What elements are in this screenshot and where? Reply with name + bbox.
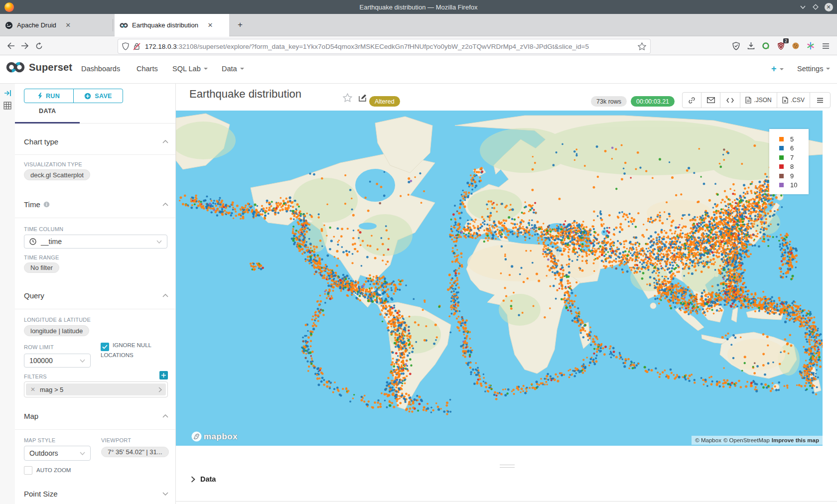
remove-filter-icon[interactable]: ✕ [26, 386, 40, 393]
export-csv-button[interactable]: .CSV [777, 93, 810, 108]
add-new-button[interactable]: + [771, 64, 784, 74]
ignore-null-checkbox[interactable] [101, 343, 109, 351]
data-results-collapse[interactable]: Data [191, 475, 216, 483]
export-json-button[interactable]: .JSON [740, 93, 777, 108]
ignore-null-control: IGNORE NULL LOCATIONS [101, 341, 168, 360]
nav-data[interactable]: Data [222, 65, 244, 73]
altered-badge[interactable]: Altered [369, 96, 400, 107]
nav-charts[interactable]: Charts [137, 65, 158, 73]
superset-navbar: Superset Dashboards Charts SQL Lab Data … [0, 55, 837, 84]
chart-title: Earthquake distribution [189, 88, 301, 101]
ublock-shield-icon[interactable]: 2 [773, 39, 788, 52]
attribution-osm-link[interactable]: © OpenStreetMap [723, 437, 770, 443]
mapbox-logo[interactable]: mapbox [191, 431, 238, 442]
window-title: Earthquake distribution — Mozilla Firefo… [0, 3, 837, 11]
time-column-label: TIME COLUMN [24, 226, 63, 232]
settings-menu[interactable]: Settings [797, 65, 830, 73]
superset-favicon [120, 22, 128, 28]
control-panel: RUN SAVE DATA Chart type VISUALIZATION T… [15, 84, 175, 504]
legend-swatch [779, 146, 784, 150]
auto-zoom-checkbox[interactable] [24, 466, 32, 475]
bolt-icon [38, 93, 42, 99]
lonlat-value[interactable]: longitude | latitude [24, 325, 89, 336]
extension-green-ring-icon[interactable] [758, 39, 773, 52]
url-host: 172.18.0.3 [145, 43, 177, 50]
window-titlebar: Earthquake distribution — Mozilla Firefo… [0, 0, 837, 14]
divider [15, 429, 175, 430]
email-button[interactable] [701, 93, 720, 108]
asterisk-extension-icon[interactable] [803, 39, 818, 52]
clock-icon [29, 238, 36, 245]
chevron-up-icon [162, 414, 168, 418]
time-range-label: TIME RANGE [24, 254, 59, 260]
share-link-button[interactable] [683, 93, 701, 108]
forward-button[interactable] [18, 39, 32, 52]
filter-chip[interactable]: ✕ mag > 5 [26, 383, 166, 395]
url-bar[interactable]: 172.18.0.3:32108/superset/explore/?form_… [118, 39, 650, 53]
mapbox-wordmark: mapbox [204, 432, 238, 442]
earthquake-dots-layer [176, 111, 823, 446]
south-pane-drag-handle[interactable] [500, 465, 515, 469]
time-column-select[interactable]: __time [24, 235, 167, 249]
viz-type-value[interactable]: deck.gl Scatterplot [24, 169, 90, 180]
legend-row: 10 [769, 181, 809, 190]
dataset-grid-icon[interactable] [3, 102, 11, 110]
time-range-value[interactable]: No filter [24, 262, 59, 273]
magnitude-legend: 5678910 [769, 129, 809, 194]
chevron-up-icon [162, 203, 168, 206]
edit-properties-icon[interactable] [358, 94, 367, 102]
deckgl-scatter-map[interactable]: 5678910 mapbox © Mapbox © OpenStreetMap … [176, 111, 823, 446]
tab-label: Earthquake distribution [132, 21, 198, 29]
section-chart-type[interactable]: Chart type [24, 137, 168, 146]
plus-circle-icon [84, 93, 91, 100]
section-time[interactable]: Time [24, 200, 168, 209]
chevron-right-icon [191, 476, 195, 483]
nav-sql-lab[interactable]: SQL Lab [172, 65, 208, 73]
embed-code-button[interactable] [720, 93, 740, 108]
superset-logo[interactable]: Superset [6, 61, 72, 73]
add-filter-button[interactable] [159, 371, 168, 379]
menu-hamburger-icon[interactable] [818, 39, 833, 52]
section-map[interactable]: Map [24, 412, 168, 420]
legend-label: 7 [790, 154, 794, 161]
browser-tab-earthquake[interactable]: Earthquake distribution ✕ [115, 14, 229, 36]
browser-tab-druid[interactable]: Apache Druid ✕ [0, 14, 110, 36]
map-style-select[interactable]: Outdoors [24, 446, 91, 461]
chevron-down-icon [162, 492, 168, 496]
window-close-button[interactable]: ✕ [823, 1, 834, 12]
section-point-size[interactable]: Point Size [24, 490, 168, 498]
protections-shield-icon[interactable] [728, 39, 743, 52]
legend-row: 6 [769, 144, 809, 153]
filter-chip-label: mag > 5 [40, 386, 63, 393]
reload-button[interactable] [32, 39, 46, 52]
filters-label: FILTERS [24, 374, 47, 379]
tab-data[interactable]: DATA [39, 108, 56, 115]
new-tab-button[interactable]: + [233, 18, 247, 32]
nav-dashboards[interactable]: Dashboards [81, 65, 120, 73]
downloads-icon[interactable] [743, 39, 758, 52]
back-button[interactable] [4, 39, 18, 52]
favorite-star-icon[interactable] [343, 93, 352, 102]
bookmark-star-icon[interactable] [638, 42, 646, 50]
tab-close-icon[interactable]: ✕ [205, 20, 215, 30]
envelope-icon [707, 97, 715, 103]
window-minimize-button[interactable] [797, 1, 808, 12]
legend-label: 6 [790, 144, 794, 152]
section-query[interactable]: Query [24, 291, 168, 300]
viewport-value[interactable]: 7° 35' 54.02" | 31... [101, 447, 169, 457]
map-style-label: MAP STYLE [24, 437, 55, 443]
cookie-extension-icon[interactable] [788, 39, 803, 52]
chart-menu-button[interactable] [810, 93, 830, 108]
tab-close-icon[interactable]: ✕ [63, 20, 73, 30]
save-button[interactable]: SAVE [73, 89, 123, 103]
insecure-lock-icon[interactable] [133, 42, 140, 50]
chevron-down-icon [826, 68, 830, 70]
shield-permissions-icon[interactable] [122, 42, 129, 50]
window-maximize-button[interactable] [810, 1, 821, 12]
attribution-mapbox-link[interactable]: © Mapbox [695, 437, 721, 443]
row-limit-select[interactable]: 100000 [24, 354, 91, 368]
data-results-label: Data [200, 475, 216, 483]
expand-datasource-icon[interactable] [4, 90, 11, 97]
improve-map-link[interactable]: Improve this map [772, 437, 819, 443]
run-button[interactable]: RUN [24, 89, 74, 103]
